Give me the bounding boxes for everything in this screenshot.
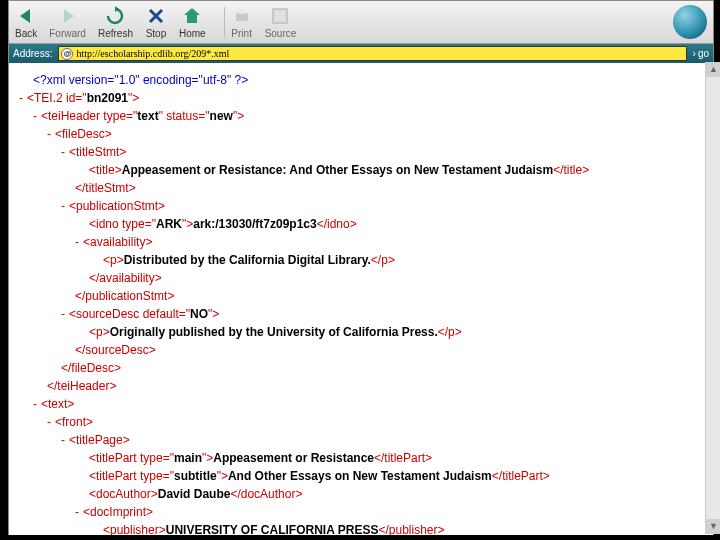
author-text: David Daube — [158, 487, 231, 501]
teiheader-close: teiHeader — [57, 379, 109, 393]
forward-icon — [57, 5, 79, 27]
publisher-tag: publisher — [110, 523, 159, 535]
pubstmt-close: publicationStmt — [85, 289, 167, 303]
source-button[interactable]: Source — [265, 5, 297, 39]
availability-text: Distributed by the California Digital Li… — [124, 253, 371, 267]
print-button[interactable]: Print — [231, 5, 253, 39]
back-label: Back — [15, 28, 37, 39]
docimprint-tag: docImprint — [90, 505, 146, 519]
titlepart-sub-text: And Other Essays on New Testament Judais… — [228, 469, 492, 483]
scroll-up-icon[interactable]: ▲ — [706, 62, 720, 77]
docauthor-tag: docAuthor — [96, 487, 151, 501]
svg-rect-7 — [238, 9, 246, 14]
svg-rect-8 — [273, 9, 287, 23]
availability-tag: availability — [90, 235, 145, 249]
refresh-icon — [104, 5, 126, 27]
titlepart-main-type: main — [174, 451, 202, 465]
home-label: Home — [179, 28, 206, 39]
tei-id: bn2091 — [87, 91, 128, 105]
title-tag: title — [96, 163, 115, 177]
address-bar: Address: @ go — [9, 44, 713, 63]
back-button[interactable]: Back — [15, 5, 37, 39]
svg-marker-5 — [184, 8, 200, 23]
idno-type: ARK — [156, 217, 182, 231]
titlestmt-close: titleStmt — [85, 181, 128, 195]
refresh-button[interactable]: Refresh — [98, 5, 133, 39]
forward-button[interactable]: Forward — [49, 5, 86, 39]
front-tag: front — [62, 415, 86, 429]
home-icon — [181, 5, 203, 27]
address-label: Address: — [13, 48, 52, 59]
stop-label: Stop — [146, 28, 167, 39]
print-label: Print — [231, 28, 252, 39]
svg-marker-0 — [20, 9, 30, 23]
publisher-text: UNIVERSITY OF CALIFORNIA PRESS — [166, 523, 379, 535]
home-button[interactable]: Home — [179, 5, 206, 39]
at-icon: @ — [61, 48, 73, 60]
xml-content: <?xml version="1.0" encoding="utf-8" ?> … — [9, 63, 713, 535]
scroll-down-icon[interactable]: ▼ — [706, 519, 720, 534]
teiheader-type: text — [137, 109, 158, 123]
svg-marker-1 — [64, 9, 74, 23]
pubstmt-tag: publicationStmt — [76, 199, 158, 213]
idno-text: ark:/13030/ft7z09p1c3 — [193, 217, 316, 231]
title-text: Appeasement or Resistance: And Other Ess… — [122, 163, 553, 177]
refresh-label: Refresh — [98, 28, 133, 39]
address-input[interactable] — [76, 48, 683, 59]
text-tag: text — [48, 397, 67, 411]
forward-label: Forward — [49, 28, 86, 39]
source-label: Source — [265, 28, 297, 39]
availability-close: availability — [99, 271, 154, 285]
stop-button[interactable]: Stop — [145, 5, 167, 39]
back-icon — [15, 5, 37, 27]
toolbar-separator — [224, 7, 225, 37]
go-button[interactable]: go — [693, 48, 709, 59]
titlestmt-tag: titleStmt — [76, 145, 119, 159]
source-text: Originally published by the University o… — [110, 325, 438, 339]
toolbar: Back Forward Refresh Stop Home Print Sou… — [9, 1, 713, 44]
filedesc-tag: fileDesc — [62, 127, 105, 141]
source-icon — [269, 5, 291, 27]
svg-rect-6 — [236, 13, 248, 21]
xml-declaration: <?xml version="1.0" encoding="utf-8" ?> — [33, 73, 248, 87]
sourcedesc-close: sourceDesc — [85, 343, 148, 357]
sourcedesc-default: NO — [190, 307, 208, 321]
print-icon — [231, 5, 253, 27]
browser-throbber-icon — [673, 5, 707, 39]
titlepart-sub-type: subtitle — [174, 469, 217, 483]
teiheader-status: new — [210, 109, 233, 123]
titlepart-main-text: Appeasement or Resistance — [213, 451, 374, 465]
stop-icon — [145, 5, 167, 27]
filedesc-close: fileDesc — [71, 361, 114, 375]
address-input-wrap[interactable]: @ — [58, 46, 686, 61]
vertical-scrollbar[interactable]: ▲ ▼ — [705, 62, 720, 534]
titlepage-tag: titlePage — [76, 433, 123, 447]
